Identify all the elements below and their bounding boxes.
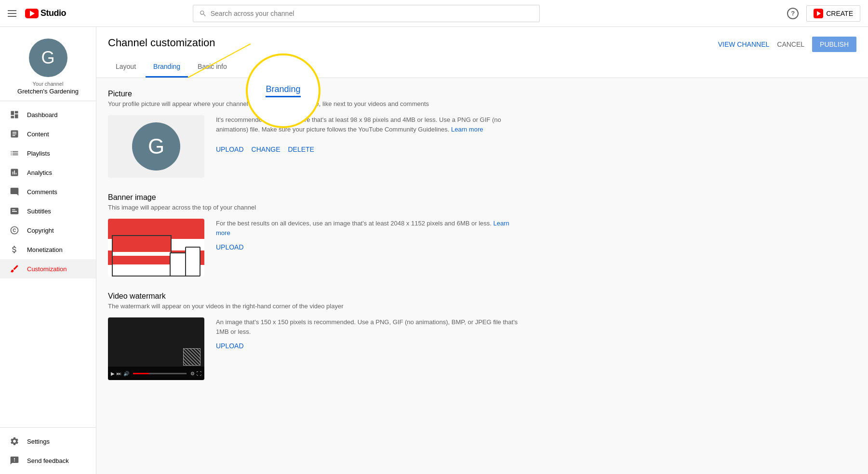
sidebar-item-dashboard[interactable]: Dashboard [0, 105, 96, 124]
sidebar-item-monetization[interactable]: Monetization [0, 240, 96, 259]
create-label: CREATE [826, 10, 853, 17]
banner-inner: For the best results on all devices, use… [108, 219, 519, 276]
picture-inner: G It's recommended to use a picture that… [108, 115, 519, 178]
sidebar-bottom: Settings Send feedback [0, 427, 96, 474]
tab-branding[interactable]: Branding [146, 57, 188, 78]
picture-upload-button[interactable]: UPLOAD [216, 145, 244, 153]
picture-change-button[interactable]: CHANGE [252, 145, 280, 153]
sidebar-item-content[interactable]: Content [0, 124, 96, 144]
watermark-tip-text: An image that's 150 x 150 pixels is reco… [216, 317, 519, 336]
list-icon [10, 148, 19, 158]
watermark-title: Video watermark [108, 292, 519, 301]
file-icon [10, 129, 19, 139]
watermark-preview: ▶ ⏭ 🔊 ⚙ ⛶ [108, 317, 204, 380]
top-header: Studio ? CREATE [0, 0, 868, 27]
watermark-upload-button[interactable]: UPLOAD [216, 342, 244, 350]
sidebar-item-customization[interactable]: Customization [0, 259, 96, 278]
sidebar-item-playlists[interactable]: Playlists [0, 144, 96, 163]
customization-label: Customization [27, 265, 67, 273]
banner-upload-button[interactable]: UPLOAD [216, 243, 244, 251]
hamburger-menu-icon[interactable] [8, 8, 19, 19]
search-bar[interactable] [193, 5, 540, 22]
progress-bar[interactable] [133, 373, 187, 374]
tab-layout[interactable]: Layout [108, 57, 144, 78]
banner-description: This image will appear across the top of… [108, 204, 519, 211]
monetization-label: Monetization [27, 246, 63, 253]
sidebar-item-settings[interactable]: Settings [0, 432, 96, 451]
progress-fill [133, 373, 149, 374]
profile-avatar-large: G [132, 122, 180, 171]
tab-basic-info[interactable]: Basic info [190, 57, 235, 78]
bar-chart-icon [10, 168, 19, 177]
analytics-label: Analytics [27, 169, 52, 176]
copyright-label: Copyright [27, 227, 54, 234]
banner-tips: For the best results on all devices, use… [216, 219, 519, 251]
avatar: G [29, 39, 67, 77]
main-layout: G Your channel Gretchen's Gardening Dash… [0, 27, 868, 474]
search-icon [199, 10, 207, 17]
publish-button[interactable]: PUBLISH [812, 37, 856, 52]
action-bar: VIEW CHANNEL CANCEL PUBLISH [718, 37, 856, 52]
subtitles-label: Subtitles [27, 208, 51, 215]
video-controls: ▶ ⏭ 🔊 ⚙ ⛶ [108, 367, 204, 380]
subtitles-icon [10, 206, 19, 216]
dollar-icon [10, 245, 19, 254]
search-input[interactable] [211, 10, 534, 17]
sidebar-item-subtitles[interactable]: Subtitles [0, 201, 96, 221]
copyright-icon [10, 225, 19, 235]
playlists-label: Playlists [27, 150, 50, 157]
banner-section: Banner image This image will appear acro… [108, 193, 519, 276]
settings-video-icon[interactable]: ⚙ [190, 371, 195, 376]
feedback-icon [10, 456, 19, 465]
watermark-inner: ▶ ⏭ 🔊 ⚙ ⛶ An image that's 150 x 150 pixe… [108, 317, 519, 380]
picture-learn-more-link[interactable]: Learn more [451, 126, 483, 133]
volume-icon[interactable]: 🔊 [123, 371, 129, 376]
channel-info: G Your channel Gretchen's Gardening [0, 31, 96, 101]
sidebar-item-copyright[interactable]: Copyright [0, 221, 96, 240]
branding-sections: Picture Your profile picture will appear… [96, 78, 530, 407]
watermark-tips: An image that's 150 x 150 pixels is reco… [216, 317, 519, 350]
brush-icon [10, 264, 19, 274]
dashboard-label: Dashboard [27, 111, 58, 118]
page-header: Channel customization Layout Branding Ba… [96, 27, 868, 78]
watermark-placeholder [183, 348, 200, 366]
your-channel-label: Your channel [33, 81, 64, 87]
nav-items: Dashboard Content Playlists Analytics [0, 101, 96, 282]
grid-icon [10, 110, 19, 119]
banner-preview [108, 219, 204, 276]
sidebar-item-feedback[interactable]: Send feedback [0, 451, 96, 470]
sidebar-item-comments[interactable]: Comments [0, 182, 96, 201]
header-right: ? CREATE [787, 5, 860, 22]
fullscreen-icon[interactable]: ⛶ [197, 371, 201, 376]
watermark-section: Video watermark The watermark will appea… [108, 292, 519, 380]
content-label: Content [27, 131, 49, 138]
watermark-description: The watermark will appear on your videos… [108, 303, 519, 310]
play-icon[interactable]: ▶ [111, 371, 115, 376]
picture-section: Picture Your profile picture will appear… [108, 90, 519, 178]
picture-preview: G [108, 115, 204, 178]
header-left: Studio [8, 8, 66, 19]
skip-icon[interactable]: ⏭ [117, 371, 121, 376]
picture-delete-button[interactable]: DELETE [288, 145, 314, 153]
picture-tips: It's recommended to use a picture that's… [216, 115, 519, 153]
comment-icon [10, 187, 19, 197]
cancel-button[interactable]: CANCEL [777, 40, 804, 48]
studio-label: Studio [40, 8, 66, 18]
logo[interactable]: Studio [25, 8, 66, 18]
view-channel-button[interactable]: VIEW CHANNEL [718, 40, 770, 48]
picture-title: Picture [108, 90, 519, 98]
page-header-wrapper: Channel customization Layout Branding Ba… [96, 27, 868, 78]
sidebar-item-analytics[interactable]: Analytics [0, 163, 96, 182]
create-button[interactable]: CREATE [806, 5, 860, 22]
banner-title: Banner image [108, 193, 519, 202]
help-icon[interactable]: ? [787, 8, 799, 19]
picture-description: Your profile picture will appear where y… [108, 100, 519, 107]
youtube-logo-icon [25, 9, 39, 18]
settings-label: Settings [27, 438, 50, 445]
feedback-label: Send feedback [27, 457, 69, 464]
comments-label: Comments [27, 188, 57, 196]
sidebar: G Your channel Gretchen's Gardening Dash… [0, 27, 96, 474]
gear-icon [10, 436, 19, 446]
banner-tip-text: For the best results on all devices, use… [216, 219, 519, 237]
tab-bar: Layout Branding Basic info [108, 57, 856, 78]
